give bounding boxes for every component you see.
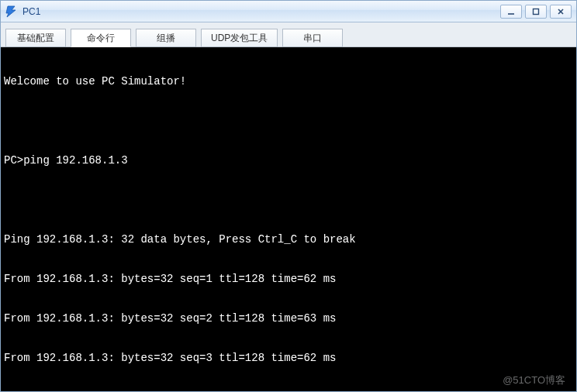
tab-cli[interactable]: 命令行 [71, 29, 131, 47]
app-icon [5, 5, 18, 18]
tab-udp-sender[interactable]: UDP发包工具 [201, 29, 278, 47]
terminal-line [4, 194, 573, 207]
terminal-line: PC>ping 192.168.1.3 [4, 154, 573, 167]
titlebar: PC1 [1, 1, 576, 22]
terminal-line: From 192.168.1.3: bytes=32 seq=2 ttl=128… [4, 312, 573, 325]
terminal-line: Ping 192.168.1.3: 32 data bytes, Press C… [4, 233, 573, 246]
terminal-line [4, 115, 573, 128]
minimize-button[interactable] [500, 5, 522, 19]
tab-basic-config[interactable]: 基础配置 [5, 29, 66, 47]
terminal-line: From 192.168.1.3: bytes=32 seq=1 ttl=128… [4, 273, 573, 286]
tabbar: 基础配置 命令行 组播 UDP发包工具 串口 [1, 22, 576, 47]
maximize-button[interactable] [525, 5, 547, 19]
close-button[interactable] [550, 5, 572, 19]
terminal[interactable]: Welcome to use PC Simulator! PC>ping 192… [1, 47, 576, 391]
svg-rect-1 [534, 9, 539, 14]
window-title: PC1 [22, 6, 40, 17]
tab-multicast[interactable]: 组播 [136, 29, 196, 47]
window-buttons [500, 5, 572, 19]
tab-serial[interactable]: 串口 [282, 29, 343, 47]
terminal-line: Welcome to use PC Simulator! [4, 75, 573, 88]
terminal-line: From 192.168.1.3: bytes=32 seq=3 ttl=128… [4, 352, 573, 365]
watermark: @51CTO博客 [503, 373, 565, 387]
app-window: PC1 基础配置 命令行 组播 UDP发包工具 串口 Welcome to us… [0, 0, 577, 392]
